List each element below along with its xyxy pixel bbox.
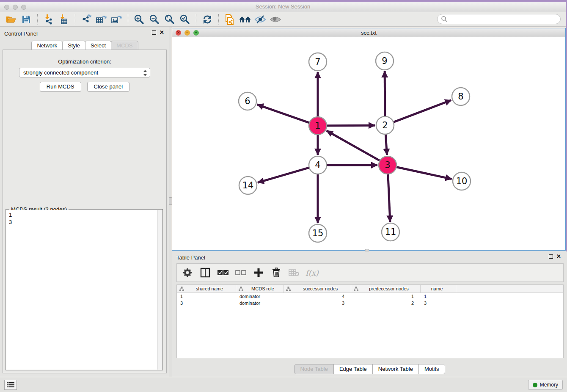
edge-2-8[interactable] bbox=[394, 100, 451, 122]
table-row[interactable]: 1dominator411 bbox=[177, 293, 563, 300]
cell-predecessor-nodes[interactable]: 2 bbox=[351, 300, 421, 306]
import-network-icon[interactable] bbox=[41, 14, 56, 25]
search-icon bbox=[441, 16, 448, 22]
tab-motifs[interactable]: Motifs bbox=[418, 364, 445, 374]
main-toolbar bbox=[0, 12, 566, 27]
network-graph[interactable]: 7968124314101511 bbox=[172, 37, 565, 250]
save-icon[interactable] bbox=[19, 14, 34, 25]
tab-mcds[interactable]: MCDS bbox=[111, 41, 138, 50]
eye-slash-icon[interactable] bbox=[253, 14, 268, 25]
trash-icon[interactable] bbox=[270, 266, 283, 279]
column-header-predecessor-nodes[interactable]: predecessor nodes bbox=[351, 285, 421, 293]
result-scrollbar[interactable] bbox=[157, 210, 162, 370]
edge-2-9[interactable] bbox=[385, 71, 385, 116]
memory-button[interactable]: Memory bbox=[528, 380, 563, 390]
zoom-in-icon[interactable] bbox=[132, 14, 147, 25]
zoom-selected-icon[interactable] bbox=[177, 14, 193, 25]
cell-shared-name[interactable]: 3 bbox=[177, 300, 236, 306]
table-header-row: shared nameMCDS rolesuccessor nodesprede… bbox=[177, 285, 563, 293]
memory-label: Memory bbox=[540, 382, 558, 388]
eye-icon bbox=[268, 14, 283, 25]
cell-shared-name[interactable]: 1 bbox=[177, 293, 236, 300]
node-label-10: 10 bbox=[456, 176, 468, 186]
network-view-window: ✕ − + scc.txt 7968124314101511 bbox=[172, 28, 566, 251]
close-panel-icon[interactable]: ✕ bbox=[556, 254, 561, 259]
table-panel-title: Table Panel bbox=[176, 254, 205, 261]
cell-predecessor-nodes[interactable]: 1 bbox=[351, 293, 421, 300]
cell-successor-nodes[interactable]: 4 bbox=[284, 293, 351, 300]
edge-2-3[interactable] bbox=[385, 134, 387, 155]
function-builder-icon: f(x) bbox=[306, 268, 319, 277]
window-titlebar: Session: New Session bbox=[0, 2, 566, 12]
mcds-result-group: MCDS result (2 nodes) 1 3 bbox=[6, 209, 163, 370]
tab-node-table[interactable]: Node Table bbox=[294, 364, 334, 374]
edge-4-14[interactable] bbox=[258, 168, 309, 182]
run-mcds-button[interactable]: Run MCDS bbox=[40, 82, 81, 92]
tab-style[interactable]: Style bbox=[62, 41, 85, 50]
table-row[interactable]: 3dominator323 bbox=[177, 300, 563, 306]
edge-1-6[interactable] bbox=[257, 105, 310, 123]
node-label-3: 3 bbox=[385, 160, 390, 170]
node-label-2: 2 bbox=[382, 120, 388, 130]
zoom-out-icon[interactable] bbox=[147, 14, 162, 25]
network-canvas[interactable]: 7968124314101511 bbox=[172, 37, 565, 250]
cell-MCDS-role[interactable]: dominator bbox=[236, 293, 284, 300]
network-window-titlebar[interactable]: ✕ − + scc.txt bbox=[172, 28, 565, 37]
cell-name[interactable]: 1 bbox=[421, 293, 456, 300]
node-table[interactable]: shared nameMCDS rolesuccessor nodesprede… bbox=[176, 284, 564, 358]
edge-3-1[interactable] bbox=[327, 131, 380, 161]
tab-edge-table[interactable]: Edge Table bbox=[333, 364, 373, 374]
export-network-icon[interactable] bbox=[79, 14, 94, 25]
float-panel-icon[interactable] bbox=[152, 30, 156, 35]
search-input[interactable] bbox=[437, 14, 561, 24]
export-image-icon[interactable] bbox=[109, 14, 124, 25]
status-bar: Memory bbox=[0, 377, 567, 392]
deselect-all-checkboxes-icon[interactable] bbox=[234, 266, 247, 279]
column-view-icon[interactable] bbox=[199, 266, 212, 279]
refresh-icon[interactable] bbox=[200, 14, 215, 25]
mcds-panel: Optimization criterion: strongly connect… bbox=[3, 50, 167, 373]
column-header-MCDS-role[interactable]: MCDS role bbox=[236, 285, 284, 293]
edge-1-2[interactable] bbox=[327, 125, 375, 126]
export-table-icon[interactable] bbox=[94, 14, 109, 25]
tab-network[interactable]: Network bbox=[31, 41, 63, 50]
window-title: Session: New Session bbox=[0, 3, 566, 10]
optimization-criterion-label: Optimization criterion: bbox=[3, 58, 166, 65]
column-header-successor-nodes[interactable]: successor nodes bbox=[284, 285, 351, 293]
float-panel-icon[interactable] bbox=[549, 254, 553, 259]
node-label-4: 4 bbox=[315, 160, 320, 170]
add-row-icon[interactable] bbox=[252, 266, 265, 279]
select-all-checkboxes-icon[interactable] bbox=[217, 266, 229, 279]
tab-select[interactable]: Select bbox=[85, 41, 111, 50]
selected-option: strongly connected component bbox=[23, 69, 98, 76]
column-header-shared-name[interactable]: shared name bbox=[177, 285, 236, 293]
gear-icon[interactable] bbox=[181, 266, 194, 279]
tab-network-table[interactable]: Network Table bbox=[372, 364, 419, 374]
fit-content-icon[interactable] bbox=[162, 14, 177, 25]
node-label-11: 11 bbox=[385, 227, 396, 237]
node-label-15: 15 bbox=[312, 228, 324, 238]
optimization-criterion-select[interactable]: strongly connected component bbox=[19, 68, 150, 77]
control-panel-tabs: NetworkStyleSelectMCDS bbox=[0, 41, 169, 50]
table-toolbar: f(x) bbox=[176, 263, 564, 282]
houses-icon[interactable] bbox=[237, 14, 253, 25]
clone-network-icon[interactable] bbox=[222, 14, 237, 25]
edge-3-11[interactable] bbox=[388, 174, 390, 222]
column-header-name[interactable]: name bbox=[421, 285, 456, 293]
task-list-button[interactable] bbox=[4, 380, 17, 390]
node-label-7: 7 bbox=[315, 57, 320, 67]
control-panel-buttons: ✕ bbox=[152, 30, 164, 35]
select-chevrons-icon bbox=[143, 69, 147, 78]
cell-name[interactable]: 3 bbox=[421, 300, 456, 306]
close-panel-icon[interactable]: ✕ bbox=[160, 30, 164, 35]
mcds-result-text[interactable]: 1 3 bbox=[6, 210, 157, 370]
table-panel: Table Panel ✕ bbox=[172, 251, 567, 377]
network-window-title: scc.txt bbox=[172, 30, 565, 36]
cell-MCDS-role[interactable]: dominator bbox=[236, 300, 284, 306]
edge-3-10[interactable] bbox=[396, 167, 452, 179]
cell-successor-nodes[interactable]: 3 bbox=[284, 300, 351, 306]
open-folder-icon[interactable] bbox=[3, 14, 19, 25]
close-panel-button[interactable]: Close panel bbox=[87, 82, 130, 92]
import-table-icon[interactable] bbox=[56, 14, 72, 25]
table-panel-tabs: Node TableEdge TableNetwork TableMotifs bbox=[172, 364, 567, 374]
